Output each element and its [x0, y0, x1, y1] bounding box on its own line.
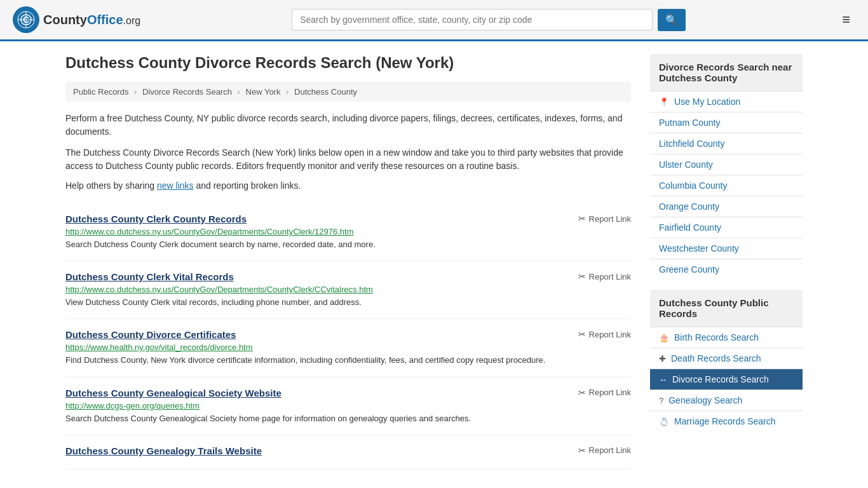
sidebar-nearby-title: Divorce Records Search near Dutchess Cou…: [650, 54, 803, 91]
breadcrumb-link-divorce[interactable]: Divorce Records Search: [142, 87, 232, 97]
sidebar-item-marriage-records[interactable]: 💍 Marriage Records Search: [650, 410, 803, 431]
marriage-records-link[interactable]: Marriage Records Search: [674, 416, 776, 426]
report-icon: ✂: [578, 271, 586, 281]
breadcrumb-link-public-records[interactable]: Public Records: [73, 87, 128, 97]
result-url[interactable]: http://www.dcgs-gen.org/queries.htm: [65, 401, 631, 410]
breadcrumb: Public Records › Divorce Records Search …: [65, 82, 631, 102]
breadcrumb-sep-3: ›: [286, 87, 288, 97]
result-title[interactable]: Dutchess County Genealogical Society Web…: [65, 388, 281, 398]
result-item: Dutchess County Divorce Certificates ✂ R…: [65, 319, 631, 377]
results-list: Dutchess County Clerk County Records ✂ R…: [65, 203, 631, 470]
report-link-button[interactable]: ✂ Report Link: [578, 445, 631, 456]
sidebar-public-records-section: Dutchess County Public Records 🎂 Birth R…: [650, 290, 803, 431]
content-area: Dutchess County Divorce Records Search (…: [65, 54, 631, 470]
description-2: The Dutchess County Divorce Records Sear…: [65, 146, 631, 173]
result-item: Dutchess County Genealogy Trails Website…: [65, 435, 631, 470]
sidebar-item-putnam[interactable]: Putnam County: [650, 112, 803, 133]
sidebar-public-records-title: Dutchess County Public Records: [650, 290, 803, 327]
report-icon: ✂: [578, 388, 586, 398]
breadcrumb-link-ny[interactable]: New York: [246, 87, 281, 97]
birth-icon: 🎂: [659, 333, 669, 342]
sidebar: Divorce Records Search near Dutchess Cou…: [650, 54, 803, 470]
result-desc: Search Dutchess County Genealogical Soci…: [65, 413, 631, 424]
putnam-county-link[interactable]: Putnam County: [659, 118, 721, 128]
sidebar-item-greene[interactable]: Greene County: [650, 259, 803, 280]
menu-icon: ≡: [842, 11, 850, 27]
result-item: Dutchess County Genealogical Society Web…: [65, 377, 631, 435]
site-logo-text: CountyOffice.org: [43, 13, 140, 27]
use-location-link[interactable]: Use My Location: [674, 97, 740, 107]
sidebar-nearby-section: Divorce Records Search near Dutchess Cou…: [650, 54, 803, 280]
birth-records-link[interactable]: Birth Records Search: [674, 332, 759, 342]
divorce-records-link[interactable]: Divorce Records Search: [672, 374, 769, 384]
sidebar-item-orange[interactable]: Orange County: [650, 196, 803, 217]
sidebar-item-litchfield[interactable]: Litchfield County: [650, 133, 803, 154]
report-icon: ✂: [578, 214, 586, 224]
report-icon: ✂: [578, 329, 586, 339]
breadcrumb-link-dutchess[interactable]: Dutchess County: [294, 87, 357, 97]
report-link-button[interactable]: ✂ Report Link: [578, 214, 631, 224]
menu-button[interactable]: ≡: [837, 9, 855, 30]
result-desc: View Dutchess County Clerk vital records…: [65, 297, 631, 308]
new-links-link[interactable]: new links: [157, 180, 194, 191]
fairfield-county-link[interactable]: Fairfield County: [659, 222, 721, 233]
result-header: Dutchess County Clerk Vital Records ✂ Re…: [65, 271, 631, 282]
genealogy-link[interactable]: Genealogy Search: [668, 395, 742, 405]
result-desc: Find Dutchess County, New York divorce c…: [65, 355, 631, 366]
logo-area: C CountyOffice.org: [13, 6, 140, 33]
search-input[interactable]: [292, 9, 653, 30]
result-desc: Search Dutchess County Clerk document se…: [65, 239, 631, 250]
result-title[interactable]: Dutchess County Genealogy Trails Website: [65, 445, 262, 456]
result-header: Dutchess County Genealogy Trails Website…: [65, 445, 631, 456]
sidebar-item-westchester[interactable]: Westchester County: [650, 238, 803, 259]
result-item: Dutchess County Clerk Vital Records ✂ Re…: [65, 261, 631, 319]
divorce-icon: ↔: [659, 375, 667, 384]
sidebar-item-divorce-records[interactable]: ↔ Divorce Records Search: [650, 369, 803, 390]
report-link-button[interactable]: ✂ Report Link: [578, 329, 631, 339]
orange-county-link[interactable]: Orange County: [659, 201, 719, 212]
marriage-icon: 💍: [659, 417, 669, 426]
death-records-link[interactable]: Death Records Search: [671, 353, 761, 363]
search-icon: 🔍: [665, 15, 678, 25]
help-text: Help others by sharing new links and rep…: [65, 180, 631, 191]
search-button[interactable]: 🔍: [658, 9, 686, 31]
genealogy-icon: ?: [659, 396, 663, 405]
result-title[interactable]: Dutchess County Clerk Vital Records: [65, 271, 234, 282]
result-header: Dutchess County Genealogical Society Web…: [65, 388, 631, 398]
sidebar-item-birth-records[interactable]: 🎂 Birth Records Search: [650, 327, 803, 348]
sidebar-item-fairfield[interactable]: Fairfield County: [650, 217, 803, 238]
death-icon: ✚: [659, 354, 666, 363]
page-title: Dutchess County Divorce Records Search (…: [65, 54, 631, 72]
report-link-button[interactable]: ✂ Report Link: [578, 388, 631, 398]
report-link-button[interactable]: ✂ Report Link: [578, 271, 631, 281]
header: C CountyOffice.org 🔍 ≡: [0, 0, 868, 41]
result-title[interactable]: Dutchess County Clerk County Records: [65, 214, 247, 224]
result-header: Dutchess County Clerk County Records ✂ R…: [65, 214, 631, 224]
ulster-county-link[interactable]: Ulster County: [659, 159, 713, 170]
sidebar-item-ulster[interactable]: Ulster County: [650, 154, 803, 175]
sidebar-use-location[interactable]: 📍 Use My Location: [650, 91, 803, 112]
sidebar-item-columbia[interactable]: Columbia County: [650, 175, 803, 196]
result-url[interactable]: https://www.health.ny.gov/vital_records/…: [65, 342, 631, 352]
sidebar-item-genealogy[interactable]: ? Genealogy Search: [650, 390, 803, 410]
location-icon: 📍: [659, 97, 669, 107]
result-url[interactable]: http://www.co.dutchess.ny.us/CountyGov/D…: [65, 227, 631, 236]
litchfield-county-link[interactable]: Litchfield County: [659, 139, 725, 149]
breadcrumb-sep-1: ›: [134, 87, 137, 97]
sidebar-item-death-records[interactable]: ✚ Death Records Search: [650, 348, 803, 369]
greene-county-link[interactable]: Greene County: [659, 264, 719, 274]
result-title[interactable]: Dutchess County Divorce Certificates: [65, 329, 236, 340]
result-item: Dutchess County Clerk County Records ✂ R…: [65, 203, 631, 261]
search-area: 🔍: [292, 9, 686, 31]
site-logo-icon: C: [13, 6, 39, 33]
result-url[interactable]: http://www.co.dutchess.ny.us/CountyGov/D…: [65, 285, 631, 294]
result-header: Dutchess County Divorce Certificates ✂ R…: [65, 329, 631, 340]
columbia-county-link[interactable]: Columbia County: [659, 180, 727, 191]
main-container: Dutchess County Divorce Records Search (…: [53, 41, 815, 482]
breadcrumb-sep-2: ›: [238, 87, 240, 97]
westchester-county-link[interactable]: Westchester County: [659, 243, 739, 254]
report-icon: ✂: [578, 445, 586, 456]
description-1: Perform a free Dutchess County, NY publi…: [65, 112, 631, 139]
